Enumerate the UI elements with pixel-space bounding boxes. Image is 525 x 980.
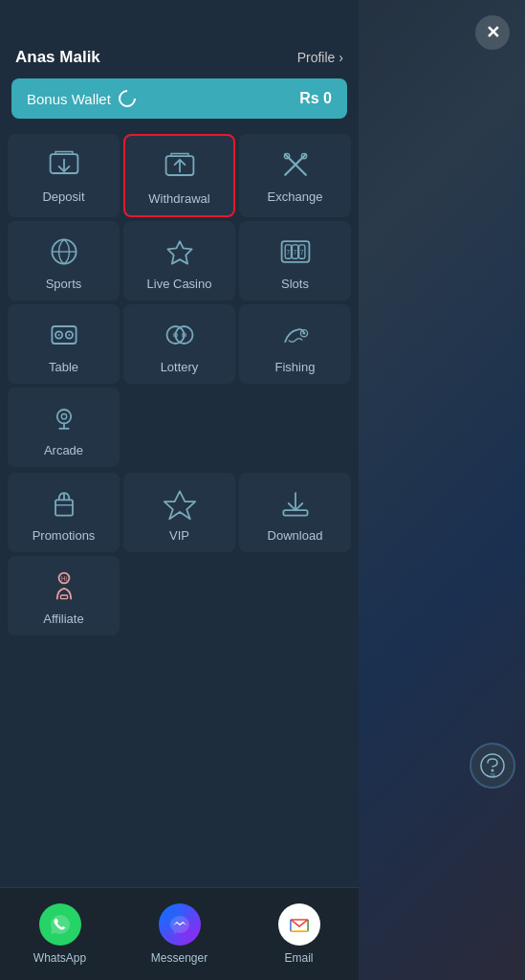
menu-item-withdrawal[interactable]: Withdrawal [123,134,235,217]
svg-text:7: 7 [293,249,296,256]
menu-item-deposit[interactable]: Deposit [8,134,120,217]
vip-icon [163,486,197,521]
menu-item-live-casino[interactable]: Live Casino [123,221,235,301]
svg-text:24: 24 [490,772,495,778]
menu-item-table[interactable]: Table [8,304,120,384]
sidebar-header: Anas Malik Profile › [0,0,359,78]
live-casino-label: Live Casino [147,277,212,291]
affiliate-label: Affiliate [43,612,83,626]
download-icon [278,486,313,521]
menu-item-fishing[interactable]: Fishing [239,304,351,384]
bonus-amount: Rs 0 [299,90,332,107]
vip-label: VIP [169,528,189,543]
bonus-wallet[interactable]: Bonus Wallet Rs 0 [11,78,347,119]
sports-icon [47,234,81,269]
exchange-icon [278,147,313,182]
whatsapp-icon [39,903,81,946]
menu-item-promotions[interactable]: Promotions [8,473,120,552]
svg-point-25 [172,332,177,337]
menu-item-empty [123,388,235,467]
profile-link[interactable]: Profile › [297,50,343,65]
whatsapp-label: WhatsApp [33,951,86,965]
svg-point-32 [61,414,66,419]
bottom-menu-grid: Promotions VIP Download Hi Aff [0,471,359,639]
slots-label: Slots [281,277,309,291]
bonus-wallet-label: Bonus Wallet [27,90,136,107]
fishing-icon [278,318,313,352]
svg-text:Hi: Hi [61,575,67,582]
support-button[interactable]: 24 [470,743,515,789]
support-icon: 24 [479,752,506,779]
sports-label: Sports [46,277,82,291]
lottery-label: Lottery [161,360,199,374]
svg-rect-29 [56,410,70,423]
bottom-bar: WhatsApp Messenger [0,887,359,980]
bottom-item-email[interactable]: Email [239,896,359,972]
withdrawal-icon [163,149,197,184]
menu-item-exchange[interactable]: Exchange [239,134,351,217]
menu-item-arcade[interactable]: Arcade [8,388,120,467]
svg-rect-33 [55,500,73,515]
menu-item-lottery[interactable]: Lottery [123,304,235,384]
menu-item-sports[interactable]: Sports [8,221,120,301]
close-button[interactable]: ✕ [475,15,510,50]
menu-item-affiliate[interactable]: Hi Affiliate [8,556,120,635]
messenger-label: Messenger [151,951,208,965]
table-icon [47,318,81,352]
refresh-icon[interactable] [115,86,139,110]
promotions-label: Promotions [33,528,96,543]
svg-text:7: 7 [299,249,303,256]
withdrawal-label: Withdrawal [148,191,209,206]
user-name: Anas Malik [15,48,100,67]
deposit-label: Deposit [42,189,84,204]
live-casino-icon [163,234,197,269]
svg-marker-36 [164,491,194,519]
menu-item-vip[interactable]: VIP [123,473,235,552]
svg-rect-39 [60,595,67,599]
email-icon [278,903,320,946]
download-label: Download [268,528,323,543]
svg-point-21 [57,334,59,336]
promotions-icon [47,486,81,521]
affiliate-icon: Hi [47,569,81,604]
exchange-label: Exchange [268,189,323,204]
menu-grid: Deposit Withdrawal Exchange [0,130,359,471]
bottom-item-whatsapp[interactable]: WhatsApp [0,896,120,972]
menu-item-download[interactable]: Download [239,473,351,552]
svg-text:7: 7 [286,249,290,256]
svg-point-26 [181,332,186,337]
svg-rect-43 [286,911,313,938]
arcade-label: Arcade [44,443,83,457]
bottom-item-messenger[interactable]: Messenger [120,896,239,972]
arcade-icon [47,401,81,435]
deposit-icon [47,147,81,182]
fishing-label: Fishing [275,360,316,374]
svg-point-28 [302,332,305,335]
lottery-icon [163,318,197,352]
email-label: Email [284,951,313,965]
svg-point-22 [68,334,70,336]
slots-icon: 7 7 7 [278,234,313,269]
sidebar-panel: Anas Malik Profile › Bonus Wallet Rs 0 D… [0,0,359,980]
table-label: Table [49,360,78,374]
menu-item-slots[interactable]: 7 7 7 Slots [239,221,351,301]
messenger-icon [159,903,201,946]
